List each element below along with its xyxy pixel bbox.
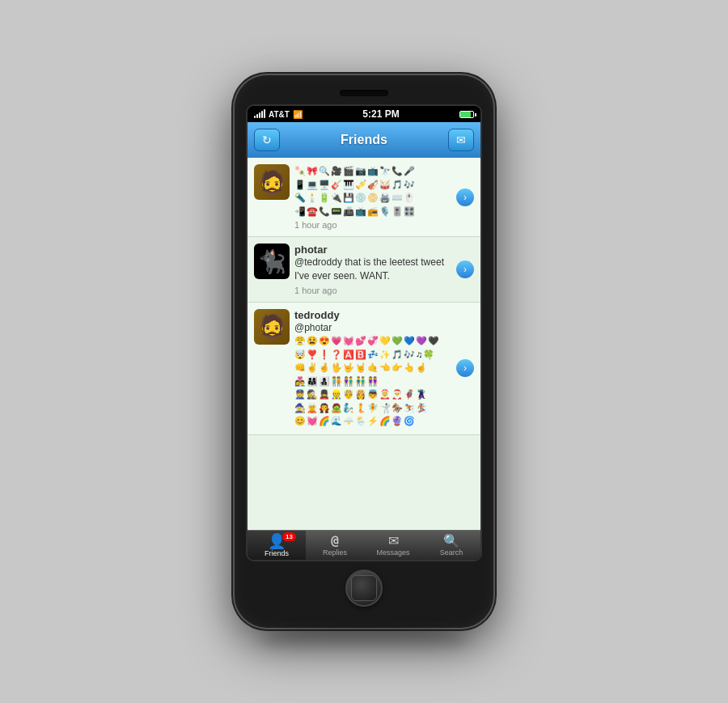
tweet-username: photar — [294, 244, 451, 256]
signal-bar-5 — [264, 109, 265, 118]
tweet-emoji-text: 😤😫😍💗💓💕💞💛💚💙💜🖤 🤯❣️❗❓🅰️🅱️💤✨🎵🎶♫🍀 👊✌️🤞🖖🤟🤘🤙👈👉👆… — [294, 334, 451, 428]
status-time: 5:21 PM — [362, 108, 399, 120]
signal-bar-2 — [256, 114, 258, 118]
replies-icon: @ — [331, 535, 339, 548]
tweet-text: 🍡🎀🔍🎥🎬📷📺🔭📞🎤 📱💻🖥️🎸🎹🎺🎻🥁🎵🎶 🔦🕯️🔋🔌💾💿📀🖨️⌨️🖱️ 📲☎… — [294, 164, 451, 218]
wifi-icon: 📶 — [293, 110, 303, 119]
tab-messages[interactable]: ✉ Messages — [364, 531, 422, 560]
tweet-row: 🧔 tedroddy @photar 😤😫😍💗💓💕💞💛💚💙💜🖤 🤯❣️❗❓🅰️🅱… — [248, 303, 480, 435]
tab-bar: 13 👤 Friends @ Replies ✉ Messages 🔍 Sear… — [248, 530, 480, 560]
tab-friends[interactable]: 13 👤 Friends — [248, 531, 306, 560]
home-button-inner — [351, 575, 377, 601]
home-button[interactable] — [345, 570, 383, 607]
avatar: 🧔 — [254, 164, 290, 200]
refresh-icon: ↻ — [262, 133, 272, 146]
signal-bars — [254, 110, 265, 118]
avatar-image: 🐈‍⬛ — [254, 244, 290, 279]
avatar-image: 🧔 — [254, 164, 290, 200]
friends-badge: 13 — [282, 532, 296, 541]
tweet-time: 1 hour ago — [294, 286, 451, 295]
phone-screen: AT&T 📶 5:21 PM ↻ Friends ✉ — [246, 104, 482, 561]
tab-search[interactable]: 🔍 Search — [422, 531, 480, 560]
tweet-username: tedroddy — [294, 309, 451, 321]
search-label: Search — [440, 548, 463, 557]
tweet-row: 🐈‍⬛ photar @tedroddy that is the leetest… — [248, 237, 480, 303]
tab-replies[interactable]: @ Replies — [306, 531, 364, 560]
tweet-chevron-button[interactable]: › — [456, 188, 474, 206]
tweet-row: 🧔 🍡🎀🔍🎥🎬📷📺🔭📞🎤 📱💻🖥️🎸🎹🎺🎻🥁🎵🎶 🔦🕯️🔋🔌💾💿📀🖨️⌨️🖱️ … — [248, 158, 480, 237]
carrier-label: AT&T — [269, 110, 290, 119]
signal-bar-1 — [254, 116, 256, 118]
tweet-text: @tedroddy that is the leetest tweet I've… — [294, 256, 451, 283]
compose-icon: ✉ — [456, 133, 466, 146]
friends-label: Friends — [265, 549, 289, 557]
content-area: 🧔 🍡🎀🔍🎥🎬📷📺🔭📞🎤 📱💻🖥️🎸🎹🎺🎻🥁🎵🎶 🔦🕯️🔋🔌💾💿📀🖨️⌨️🖱️ … — [248, 158, 480, 530]
battery-icon — [459, 111, 474, 118]
tweet-chevron-button[interactable]: › — [456, 260, 474, 278]
signal-bar-4 — [261, 111, 263, 118]
avatar: 🐈‍⬛ — [254, 244, 290, 279]
compose-button[interactable]: ✉ — [448, 129, 474, 151]
battery-fill — [460, 112, 471, 117]
phone-speaker — [340, 90, 388, 96]
status-left: AT&T 📶 — [254, 110, 303, 119]
tweet-content: tedroddy @photar 😤😫😍💗💓💕💞💛💚💙💜🖤 🤯❣️❗❓🅰️🅱️💤… — [294, 309, 451, 428]
messages-label: Messages — [376, 548, 409, 557]
tweet-content: 🍡🎀🔍🎥🎬📷📺🔭📞🎤 📱💻🖥️🎸🎹🎺🎻🥁🎵🎶 🔦🕯️🔋🔌💾💿📀🖨️⌨️🖱️ 📲☎… — [294, 164, 451, 230]
phone-bottom — [246, 561, 482, 613]
refresh-button[interactable]: ↻ — [254, 129, 280, 151]
nav-bar: ↻ Friends ✉ — [248, 122, 480, 158]
avatar: 🧔 — [254, 309, 290, 345]
search-icon: 🔍 — [443, 535, 459, 548]
status-right — [459, 111, 474, 118]
phone-device: AT&T 📶 5:21 PM ↻ Friends ✉ — [235, 75, 493, 628]
status-bar: AT&T 📶 5:21 PM — [248, 106, 480, 122]
nav-title: Friends — [341, 133, 387, 147]
replies-label: Replies — [323, 548, 347, 557]
signal-bar-3 — [259, 112, 260, 118]
tweet-content: photar @tedroddy that is the leetest twe… — [294, 244, 451, 295]
messages-icon: ✉ — [388, 535, 399, 548]
tweet-time: 1 hour ago — [294, 220, 451, 230]
tweet-chevron-button[interactable]: › — [456, 359, 474, 377]
avatar-image: 🧔 — [254, 309, 290, 345]
tweet-handle: @photar — [294, 321, 451, 335]
